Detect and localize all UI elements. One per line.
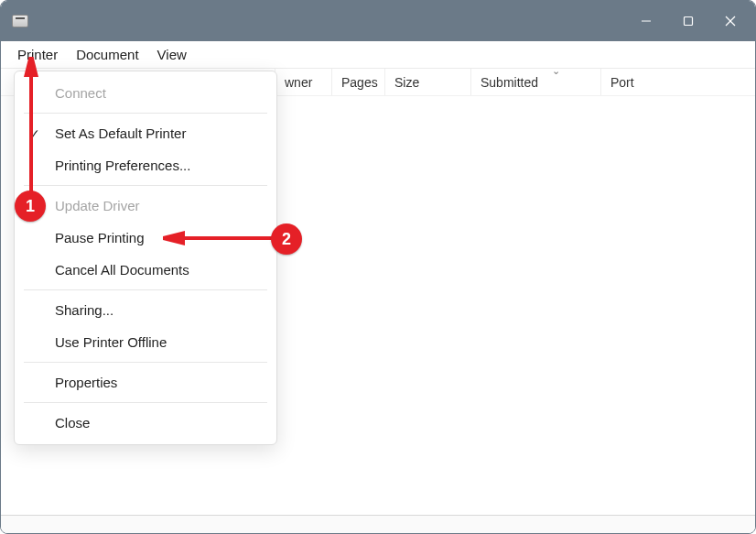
content-area: wner Pages Size Submitted ⌄ Port Connect… [1,69,755,515]
statusbar [1,515,755,533]
titlebar [1,1,755,41]
annotation-arrow-2 [163,227,282,249]
col-submitted-label: Submitted [481,75,538,90]
close-button[interactable] [709,1,751,41]
menu-item-cancel-all[interactable]: Cancel All Documents [15,254,276,286]
menu-item-printing-preferences[interactable]: Printing Preferences... [15,149,276,181]
menu-item-properties[interactable]: Properties [15,366,276,398]
menu-item-sharing[interactable]: Sharing... [15,294,276,326]
menubar: Printer Document View [1,41,755,69]
annotation-badge-1: 1 [15,191,46,222]
menu-separator [24,113,267,114]
menu-separator [24,185,267,186]
minimize-button[interactable] [625,1,667,41]
chevron-down-icon: ⌄ [552,65,560,77]
menu-item-close[interactable]: Close [15,407,276,439]
menu-separator [24,402,267,403]
menu-item-use-offline[interactable]: Use Printer Offline [15,326,276,358]
menu-item-label: Set As Default Printer [55,125,186,141]
menu-item-set-default[interactable]: ✓ Set As Default Printer [15,117,276,149]
printer-icon [12,15,28,27]
col-size[interactable]: Size [385,69,471,95]
menu-item-update-driver: Update Driver [15,190,276,222]
annotation-badge-2: 2 [271,223,302,255]
svg-rect-1 [685,17,693,26]
col-owner[interactable]: wner [275,69,332,95]
printer-menu-dropdown: Connect ✓ Set As Default Printer Printin… [14,71,277,445]
annotation-arrow-1 [22,57,40,203]
col-port[interactable]: Port [601,69,755,95]
col-submitted[interactable]: Submitted ⌄ [471,69,601,95]
print-queue-window: Printer Document View wner Pages Size Su… [0,0,756,534]
menu-separator [24,289,267,290]
menu-view[interactable]: View [148,43,196,66]
menu-separator [24,362,267,363]
col-pages[interactable]: Pages [332,69,385,95]
menu-document[interactable]: Document [67,43,147,66]
maximize-button[interactable] [667,1,709,41]
menu-item-connect: Connect [15,77,276,109]
